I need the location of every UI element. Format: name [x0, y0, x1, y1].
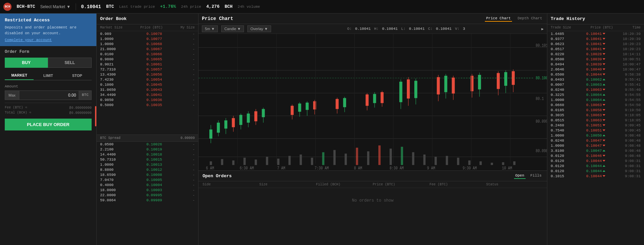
bid-row[interactable]: 18.6590 0.10008 -	[97, 172, 198, 177]
stop-order-tab[interactable]: STOP	[63, 71, 92, 80]
select-market-button[interactable]: Select Market ▼	[40, 4, 71, 9]
bid-row[interactable]: 50.7310 0.10015 -	[97, 157, 198, 162]
bid-row[interactable]: 7.0470 0.10005 -	[97, 177, 198, 182]
svg-rect-27	[378, 145, 381, 165]
trade-time: 9:08:48	[620, 144, 641, 148]
ask-size: 31.0650	[100, 88, 127, 92]
trade-row: 0.0493 0.10062 9:55:41	[547, 77, 644, 82]
svg-text:8:30 AM: 8:30 AM	[390, 166, 404, 170]
svg-rect-38	[502, 162, 504, 165]
overlay-selector[interactable]: Overlay ▼	[247, 25, 271, 32]
ask-row[interactable]: 1.0000 0.10077 -	[97, 36, 198, 41]
depth-chart-tab[interactable]: Depth Chart	[516, 16, 544, 22]
buy-button[interactable]: BUY	[5, 58, 48, 68]
place-order-button[interactable]: PLACE BUY ORDER	[5, 119, 92, 130]
up-arrow-icon	[603, 94, 605, 96]
trade-time: 10:20:39	[620, 32, 641, 36]
svg-rect-36	[479, 161, 482, 165]
ask-my-size: -	[181, 93, 195, 97]
trade-row: 0.0120 0.10044 9:08:31	[547, 158, 644, 163]
ask-row[interactable]: 0.9850 0.10036 -	[97, 97, 198, 102]
ask-row[interactable]: 7.4230 0.10054 -	[97, 77, 198, 82]
col-fee: Fee (BTC)	[430, 183, 486, 186]
ask-row[interactable]: 8.9021 0.10061 -	[97, 62, 198, 67]
trade-row: 0.0120 0.10046 9:08:48	[547, 153, 644, 158]
bid-row[interactable]: 18.0000 0.10003 -	[97, 187, 198, 192]
bid-row[interactable]: 59.0864 0.09989 -	[97, 198, 198, 203]
bid-price: 0.10013	[141, 163, 168, 167]
bid-row[interactable]: 0.4000 0.10004 -	[97, 182, 198, 187]
trade-time: 9:08:31	[620, 174, 641, 178]
trade-time: 9:18:05	[620, 113, 641, 117]
ask-my-size: -	[181, 47, 195, 51]
ask-row[interactable]: 21.0000 0.10067 -	[97, 46, 198, 52]
ask-size: 34.4490	[100, 93, 127, 97]
ask-row[interactable]: 31.0650 0.10043 -	[97, 87, 198, 92]
bid-price: 0.10018	[141, 152, 168, 157]
sell-button[interactable]: SELL	[48, 58, 92, 68]
trade-size: 0.0120	[551, 159, 571, 163]
trade-price: 0.10047	[582, 149, 609, 153]
trade-row: 0.0120 0.10044 9:08:31	[547, 163, 644, 168]
ask-row[interactable]: 0.5000 0.10035 -	[97, 102, 198, 107]
svg-rect-61	[306, 103, 309, 110]
trade-size: 0.0120	[551, 164, 571, 168]
price-chart-tab[interactable]: Price Chart	[485, 16, 512, 22]
trade-time: 9:08:48	[620, 149, 641, 153]
trade-time: 9:09:45	[620, 128, 641, 132]
trade-size: 0.0120	[551, 169, 571, 173]
svg-rect-35	[468, 160, 471, 165]
ask-my-size: -	[181, 52, 195, 56]
bid-row[interactable]: 1.0000 0.10013 -	[97, 162, 198, 167]
bid-row[interactable]: 2.2100 0.10019 -	[97, 147, 198, 152]
ask-row[interactable]: 1.0000 0.10068 -	[97, 41, 198, 46]
ask-row[interactable]: 0.1000 0.10045 -	[97, 82, 198, 87]
ask-row[interactable]: 34.4490 0.10041 -	[97, 92, 198, 97]
ask-price: 0.10057	[141, 67, 168, 72]
ask-row[interactable]: 0.0100 0.10066 -	[97, 52, 198, 57]
limit-order-tab[interactable]: LIMIT	[34, 71, 62, 80]
fills-tab[interactable]: Fills	[529, 173, 543, 179]
trade-time: 10:00:51	[620, 57, 641, 61]
trade-price: 0.10063	[582, 88, 609, 92]
up-arrow-icon	[603, 150, 605, 151]
bid-row[interactable]: 22.0000 0.09995 -	[97, 192, 198, 198]
trade-price: 0.10051	[582, 123, 609, 127]
ask-my-size: -	[181, 42, 195, 46]
amount-input[interactable]	[19, 90, 79, 100]
market-order-tab[interactable]: MARKET	[5, 71, 34, 80]
bid-row[interactable]: 14.4400 0.10018 -	[97, 152, 198, 157]
chart-type-selector[interactable]: Candle ▼	[221, 25, 244, 32]
svg-rect-65	[336, 99, 339, 109]
ask-row[interactable]: 13.4300 0.10056 -	[97, 72, 198, 77]
open-tab[interactable]: Open	[514, 173, 526, 179]
trade-row: 1.6485 0.10041 10:20:39	[547, 31, 644, 36]
trade-history-columns: Trade Size Price (BTC) Time	[547, 24, 644, 31]
svg-rect-31	[423, 155, 426, 165]
trade-size: 0.0517	[551, 47, 571, 51]
trade-size: 1.0000	[551, 98, 571, 102]
candlestick-chart[interactable]: 80.101 80.10041 80.1 80.099 80.098	[198, 34, 547, 170]
chart-scroll-right[interactable]: ▶	[541, 27, 544, 31]
down-arrow-icon	[603, 129, 605, 131]
bid-price: 0.10003	[141, 188, 168, 192]
trade-price: 0.10064	[582, 93, 609, 97]
ask-row[interactable]: 0.989 0.10078 -	[97, 31, 198, 36]
trade-row: 0.7540 0.10051 9:09:45	[547, 128, 644, 133]
max-button[interactable]: Max	[5, 90, 19, 100]
down-arrow-icon	[603, 63, 605, 65]
interval-selector[interactable]: 5m ▼	[202, 25, 218, 32]
complete-account-link[interactable]: Complete your account	[5, 38, 52, 42]
ask-row[interactable]: 0.9800 0.10065 -	[97, 57, 198, 62]
trade-time: 9:54:50	[620, 103, 641, 107]
bid-size: 59.0864	[100, 198, 127, 202]
bid-row[interactable]: 0.0500 0.10026 -	[97, 142, 198, 147]
down-arrow-icon	[603, 155, 605, 157]
trade-price: 0.10063	[582, 103, 609, 107]
chart-svg: 80.101 80.10041 80.1 80.099 80.098	[198, 34, 547, 170]
up-arrow-icon	[603, 84, 605, 85]
bid-row[interactable]: 8.8800 0.10012 -	[97, 167, 198, 172]
ask-size: 0.1000	[100, 83, 127, 87]
ask-row[interactable]: 72.7310 0.10057 -	[97, 67, 198, 72]
down-arrow-icon	[603, 89, 605, 90]
